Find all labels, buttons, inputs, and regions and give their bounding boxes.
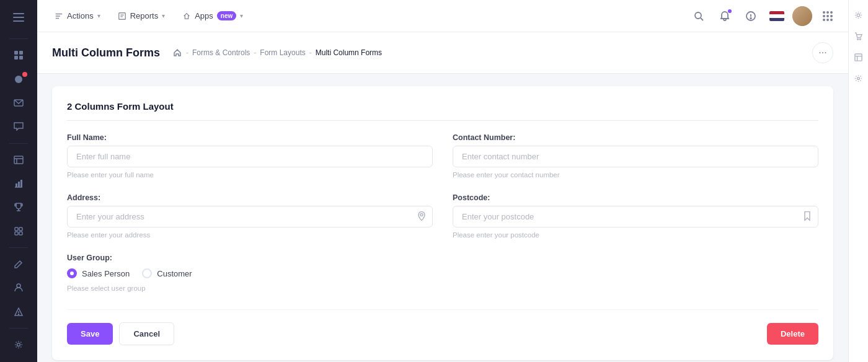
user-icon[interactable] xyxy=(7,278,30,298)
svg-point-19 xyxy=(19,314,19,314)
user-avatar[interactable] xyxy=(792,6,812,26)
topnav: Actions ▾ Reports ▾ Apps new ▾ xyxy=(37,0,848,32)
user-group-group: User Group: Sales Person Customer Please… xyxy=(67,254,433,292)
right-settings-icon[interactable] xyxy=(850,6,867,24)
svg-rect-0 xyxy=(14,51,18,55)
alerts-button[interactable] xyxy=(740,6,761,27)
svg-rect-33 xyxy=(855,53,862,60)
delete-button[interactable]: Delete xyxy=(767,323,818,345)
app-launcher-button[interactable] xyxy=(817,6,838,27)
notifications-button[interactable] xyxy=(714,6,735,27)
full-name-input[interactable] xyxy=(67,146,433,167)
radio-sales-person-label: Sales Person xyxy=(82,269,130,278)
sidebar-divider-4 xyxy=(9,328,28,329)
breadcrumb: - Forms & Controls - Form Layouts - Mult… xyxy=(172,48,382,58)
postcode-group: Postcode: Please enter your postcode xyxy=(453,193,818,239)
breadcrumb-sep-2: - xyxy=(309,48,312,57)
svg-point-28 xyxy=(750,17,751,19)
full-name-group: Full Name: Please enter your full name xyxy=(67,133,433,179)
reports-nav-item[interactable]: Reports ▾ xyxy=(110,7,173,24)
search-button[interactable] xyxy=(688,6,709,27)
edit-icon[interactable] xyxy=(7,254,30,274)
language-flag[interactable] xyxy=(766,6,787,27)
content-area: Multi Column Forms - Forms & Controls - … xyxy=(37,32,848,362)
contact-number-input[interactable] xyxy=(453,146,818,167)
svg-rect-14 xyxy=(19,227,22,231)
right-table-icon[interactable] xyxy=(850,48,867,66)
reports-label: Reports xyxy=(130,11,159,20)
alert-icon[interactable] xyxy=(7,301,30,321)
page-title: Multi Column Forms xyxy=(52,46,160,60)
full-name-label: Full Name: xyxy=(67,133,433,142)
actions-chevron: ▾ xyxy=(97,12,100,19)
form-section-title: 2 Columns Form Layout xyxy=(67,101,818,121)
main-area: Actions ▾ Reports ▾ Apps new ▾ xyxy=(37,0,848,362)
svg-rect-16 xyxy=(19,232,22,235)
trophy-icon[interactable] xyxy=(7,197,30,217)
sidebar-divider-1 xyxy=(9,38,28,39)
radio-sales-person[interactable]: Sales Person xyxy=(67,268,130,278)
grid-squares-icon[interactable] xyxy=(7,221,30,241)
postcode-input[interactable] xyxy=(453,206,818,227)
address-input[interactable] xyxy=(67,206,433,227)
notification-dot-icon[interactable] xyxy=(7,69,30,89)
address-label: Address: xyxy=(67,193,433,202)
full-name-hint: Please enter your full name xyxy=(67,171,433,179)
svg-rect-13 xyxy=(15,227,18,231)
svg-point-30 xyxy=(857,14,860,17)
breadcrumb-bar: Multi Column Forms - Forms & Controls - … xyxy=(37,32,848,74)
reports-chevron: ▾ xyxy=(162,12,165,19)
breadcrumb-current: Multi Column Forms xyxy=(316,48,382,57)
apps-chevron: ▾ xyxy=(240,12,243,19)
address-hint: Please enter your address xyxy=(67,231,433,239)
home-icon[interactable] xyxy=(172,48,182,58)
svg-point-29 xyxy=(420,213,423,216)
svg-rect-11 xyxy=(18,182,20,187)
avatar-image xyxy=(792,6,812,26)
svg-rect-12 xyxy=(20,180,22,187)
svg-rect-1 xyxy=(19,51,23,55)
address-input-wrapper xyxy=(67,206,433,227)
table-icon[interactable] xyxy=(7,150,30,170)
grid-dots-icon xyxy=(823,11,833,21)
breadcrumb-sep-0: - xyxy=(186,48,188,57)
save-button[interactable]: Save xyxy=(67,323,113,345)
actions-label: Actions xyxy=(67,11,94,20)
sidebar-divider-2 xyxy=(9,143,28,144)
chat-icon[interactable] xyxy=(7,117,30,136)
radio-customer[interactable]: Customer xyxy=(142,268,192,278)
postcode-input-wrapper xyxy=(453,206,818,227)
settings-icon[interactable] xyxy=(7,335,30,355)
form-actions: Save Cancel Delete xyxy=(67,309,818,345)
bookmark-icon xyxy=(804,211,811,223)
apps-label: Apps xyxy=(195,11,213,20)
right-cart-icon[interactable] xyxy=(850,27,867,45)
apps-badge: new xyxy=(217,11,236,20)
postcode-hint: Please enter your postcode xyxy=(453,231,818,239)
sidebar-divider-3 xyxy=(9,247,28,248)
contact-number-label: Contact Number: xyxy=(453,133,818,142)
postcode-label: Postcode: xyxy=(453,193,818,202)
breadcrumb-form-layouts[interactable]: Form Layouts xyxy=(260,48,305,57)
svg-point-31 xyxy=(857,38,859,40)
dashboard-icon[interactable] xyxy=(7,45,30,65)
actions-icon xyxy=(55,12,63,20)
radio-sales-person-circle xyxy=(67,268,77,278)
actions-nav-item[interactable]: Actions ▾ xyxy=(47,7,108,24)
apps-nav-item[interactable]: Apps new ▾ xyxy=(175,7,250,24)
right-gear-icon[interactable] xyxy=(850,69,867,87)
svg-rect-3 xyxy=(19,56,23,60)
mail-icon[interactable] xyxy=(7,93,30,113)
hamburger-menu[interactable] xyxy=(7,7,30,27)
breadcrumb-forms-controls[interactable]: Forms & Controls xyxy=(192,48,250,57)
svg-rect-21 xyxy=(118,12,125,19)
sidebar xyxy=(0,0,37,362)
cancel-button[interactable]: Cancel xyxy=(119,322,174,345)
address-group: Address: Please enter your address xyxy=(67,193,433,239)
svg-rect-6 xyxy=(14,156,23,164)
chart-bar-icon[interactable] xyxy=(7,174,30,193)
svg-point-24 xyxy=(695,12,701,19)
breadcrumb-more-button[interactable]: ··· xyxy=(812,42,833,63)
reports-icon xyxy=(118,12,126,20)
svg-rect-10 xyxy=(16,183,17,187)
